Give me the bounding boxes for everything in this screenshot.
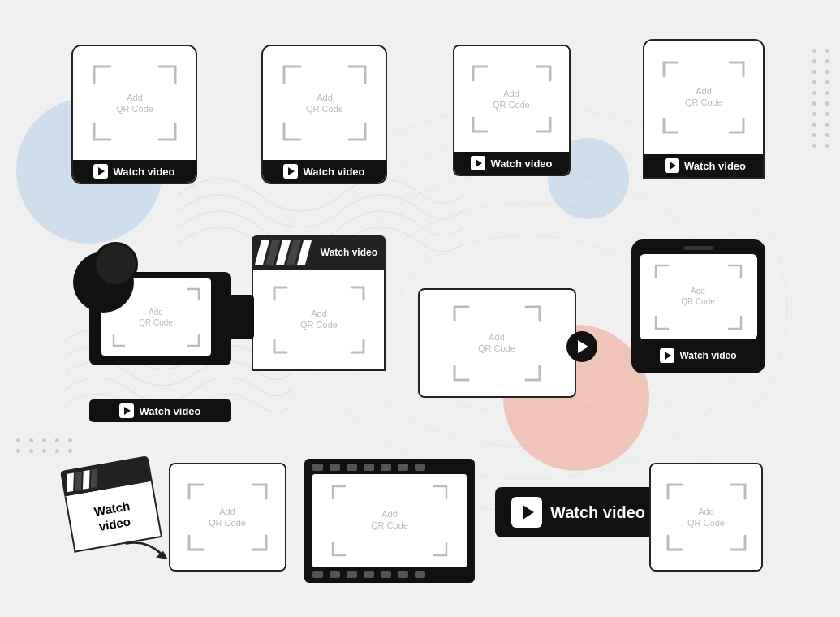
watch-bar-4[interactable]: Watch video xyxy=(644,154,765,177)
qr-brackets-6: Add QR Code xyxy=(270,283,368,356)
card-filmstrip-11: Add QR Code xyxy=(304,459,475,583)
bg-dots-bottom-left xyxy=(16,438,75,453)
svg-text:Add: Add xyxy=(489,332,505,342)
svg-text:Add: Add xyxy=(691,287,705,296)
card-clapperboard-small-9: Watchvideo xyxy=(60,455,162,553)
watch-label-3: Watch video xyxy=(490,157,552,170)
watch-bar-5[interactable]: Watch video xyxy=(89,399,231,422)
svg-text:Add: Add xyxy=(127,93,143,102)
svg-text:QR Code: QR Code xyxy=(139,318,173,327)
camera-viewfinder xyxy=(231,295,254,339)
card-square-3: Add QR Code Watch video xyxy=(453,45,571,176)
watch-label-9: Watchvideo xyxy=(93,498,134,535)
svg-text:QR Code: QR Code xyxy=(685,97,722,107)
qr-brackets-4: Add QR Code xyxy=(660,58,747,136)
svg-text:Add: Add xyxy=(503,88,519,98)
phone-screen: Add QR Code xyxy=(640,254,757,339)
play-circle-7[interactable] xyxy=(566,331,597,362)
play-big-tri-12 xyxy=(523,505,534,520)
svg-text:QR Code: QR Code xyxy=(306,104,343,114)
qr-brackets-1: Add QR Code xyxy=(90,63,179,144)
camera-lens-small xyxy=(93,242,138,287)
filmstrip-content: Add QR Code xyxy=(312,474,467,567)
play-icon-3 xyxy=(471,156,485,170)
clapper-title: Watch video xyxy=(321,247,377,258)
qr-brackets-7: Add QR Code xyxy=(450,303,544,384)
watch-big-bar-12[interactable]: Watch video xyxy=(495,487,661,537)
horiz-qr-area: Add QR Code xyxy=(420,290,575,396)
card-hphone-8: Add QR Code Watch video xyxy=(631,239,765,373)
card-camera-5: Add QR Code Watch video xyxy=(61,239,235,418)
watch-bar-8[interactable]: Watch video xyxy=(640,344,757,367)
qr-brackets-13: Add QR Code xyxy=(664,481,749,554)
svg-text:QR Code: QR Code xyxy=(116,104,153,114)
svg-text:QR Code: QR Code xyxy=(300,320,338,330)
qr-brackets-3: Add QR Code xyxy=(469,63,554,136)
card-watch-bar-12: Watch video xyxy=(495,487,661,537)
watch-label-5: Watch video xyxy=(139,405,200,417)
card10-qr-area: Add QR Code xyxy=(170,464,285,570)
play-big-icon-12 xyxy=(511,497,542,528)
svg-text:QR Code: QR Code xyxy=(681,297,715,306)
card-portrait-simple-13: Add QR Code xyxy=(649,463,763,572)
card-horizontal-7: Add QR Code xyxy=(418,288,576,398)
card-portrait-phone-1: Add QR Code Watch video xyxy=(71,45,197,184)
svg-text:QR Code: QR Code xyxy=(371,520,408,530)
svg-text:Add: Add xyxy=(219,507,235,516)
play-icon-8 xyxy=(660,348,674,363)
watch-label-2: Watch video xyxy=(303,166,364,178)
svg-text:QR Code: QR Code xyxy=(478,343,515,353)
card13-qr-area: Add QR Code xyxy=(651,464,761,570)
qr-brackets-8: Add QR Code xyxy=(652,261,745,333)
svg-text:Add: Add xyxy=(317,93,333,102)
play-icon-1 xyxy=(93,164,108,179)
qr-brackets-2: Add QR Code xyxy=(280,63,369,144)
play-icon-5 xyxy=(119,403,134,418)
clapper-body: Add QR Code xyxy=(252,270,386,371)
svg-text:QR Code: QR Code xyxy=(493,100,530,110)
clapper-top: Watch video xyxy=(252,235,386,270)
watch-label-1: Watch video xyxy=(113,166,174,178)
card-portrait-phone-2: Add QR Code Watch video xyxy=(261,45,387,184)
card-clapperboard-6: Watch video Add QR Code xyxy=(252,235,386,371)
svg-text:QR Code: QR Code xyxy=(209,518,246,528)
watch-label-12: Watch video xyxy=(550,503,645,522)
qr-brackets-10: Add QR Code xyxy=(185,481,270,554)
watch-bar-2[interactable]: Watch video xyxy=(263,160,386,183)
svg-text:QR Code: QR Code xyxy=(687,518,725,528)
card-speech-bubble-4: Add QR Code Watch video xyxy=(643,39,840,195)
film-holes-top xyxy=(304,464,475,471)
filmstrip-body: Add QR Code xyxy=(304,459,475,583)
watch-bar-3[interactable]: Watch video xyxy=(454,152,569,175)
watch-label-8: Watch video xyxy=(679,350,736,361)
svg-text:Add: Add xyxy=(696,86,712,96)
hphone-frame: Add QR Code Watch video xyxy=(631,239,765,373)
card-portrait-simple-10: Add QR Code xyxy=(169,463,286,572)
watch-label-4: Watch video xyxy=(684,160,746,172)
svg-text:Add: Add xyxy=(381,509,398,519)
svg-text:Add: Add xyxy=(149,308,163,317)
svg-text:Add: Add xyxy=(311,308,327,318)
play-icon-4 xyxy=(665,158,679,173)
qr-brackets-11: Add QR Code xyxy=(329,482,450,559)
watch-bar-1[interactable]: Watch video xyxy=(73,160,196,183)
phone-notch xyxy=(683,246,714,250)
svg-text:Add: Add xyxy=(698,507,714,516)
play-tri-overlay-7 xyxy=(578,340,588,353)
play-icon-2 xyxy=(283,164,298,179)
horiz-card-body: Add QR Code xyxy=(418,288,576,398)
film-holes-bottom xyxy=(304,571,475,578)
